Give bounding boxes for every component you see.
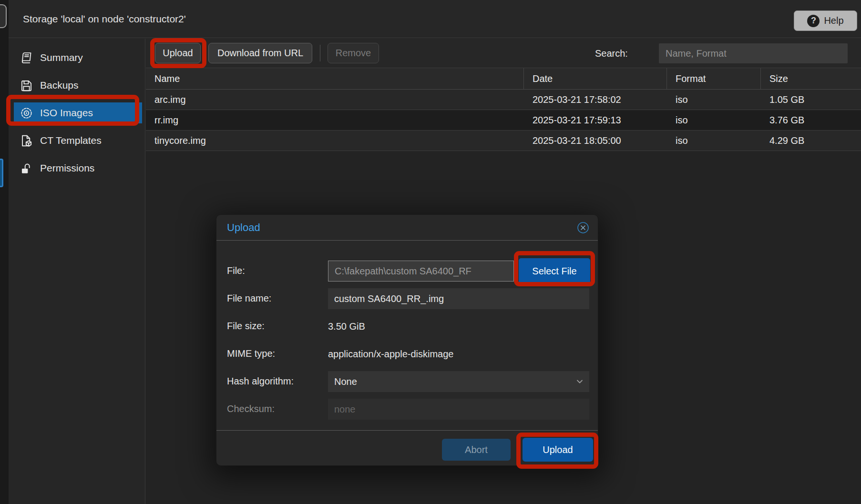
cell-size: 1.05 GB (761, 90, 861, 110)
sidebar-item-iso-images[interactable]: ISO Images (14, 102, 142, 123)
hash-algorithm-select[interactable]: None (328, 371, 589, 392)
file-name-field-wrap: custom SA6400_RR_.img (328, 288, 589, 309)
dialog-body: File: C:\fakepath\custom SA6400_RF Selec… (216, 240, 598, 430)
cell-format: iso (667, 110, 761, 130)
cell-format: iso (667, 90, 761, 110)
sidebar-item-label: Permissions (40, 162, 94, 174)
search-input[interactable] (659, 43, 848, 63)
file-path-input[interactable]: C:\fakepath\custom SA6400_RF (328, 261, 514, 282)
dialog-footer: Abort Upload (216, 430, 598, 466)
sidebar-item-label: Summary (40, 52, 83, 63)
collapsed-panel-tab (0, 4, 7, 28)
book-icon (20, 51, 33, 64)
cell-date: 2025-03-21 17:58:02 (524, 90, 667, 110)
column-header-date[interactable]: Date (524, 68, 667, 89)
cell-size: 4.29 GB (761, 131, 861, 151)
search-label: Search: (595, 39, 628, 68)
table-header: Name Date Format Size (146, 68, 861, 90)
upload-dialog: Upload File: C:\fakepath\custom SA6400_R… (216, 214, 598, 466)
storage-sidebar: Summary Backups (9, 39, 145, 504)
dialog-header[interactable]: Upload (216, 215, 598, 240)
sidebar-item-label: CT Templates (40, 135, 102, 146)
cell-size: 3.76 GB (761, 110, 861, 130)
file-field-wrap: C:\fakepath\custom SA6400_RF (328, 261, 514, 282)
dialog-upload-button[interactable]: Upload (523, 438, 593, 462)
column-header-size[interactable]: Size (761, 68, 861, 89)
sidebar-item-ct-templates[interactable]: CT Templates (9, 130, 145, 151)
hash-field-wrap: None (328, 371, 589, 392)
panel-titlebar: Storage 'local' on node 'constructor2' ?… (9, 0, 861, 38)
upload-button[interactable]: Upload (155, 43, 201, 63)
select-file-button[interactable]: Select File (519, 258, 590, 284)
cropped-selection-fragment (0, 159, 3, 187)
file-cube-icon (20, 134, 33, 147)
floppy-icon (20, 79, 33, 92)
cell-name: tinycore.img (146, 131, 524, 151)
file-name-label: File name: (227, 293, 271, 304)
sidebar-item-permissions[interactable]: Permissions (9, 158, 145, 179)
remove-button[interactable]: Remove (328, 43, 379, 63)
download-from-url-button[interactable]: Download from URL (208, 43, 312, 63)
close-icon[interactable] (576, 221, 590, 235)
file-size-label: File size: (227, 321, 265, 332)
table-row[interactable]: tinycore.img 2025-03-21 18:05:00 iso 4.2… (146, 131, 861, 151)
disc-icon (20, 107, 33, 120)
file-size-value: 3.50 GiB (328, 316, 365, 337)
cell-format: iso (667, 131, 761, 151)
file-label: File: (227, 265, 245, 276)
checksum-field-wrap (328, 399, 589, 420)
column-header-name[interactable]: Name (146, 68, 524, 89)
table-row[interactable]: arc.img 2025-03-21 17:58:02 iso 1.05 GB (146, 90, 861, 110)
hash-algorithm-label: Hash algorithm: (227, 376, 294, 387)
proxmox-storage-screen: Storage 'local' on node 'constructor2' ?… (0, 0, 861, 504)
mime-type-value: application/x-apple-diskimage (328, 343, 453, 364)
page-title: Storage 'local' on node 'constructor2' (23, 0, 186, 38)
help-button-label: Help (824, 15, 843, 26)
sidebar-item-label: Backups (40, 80, 79, 91)
dialog-title: Upload (227, 222, 260, 234)
help-button[interactable]: ? Help (794, 10, 857, 31)
column-header-format[interactable]: Format (667, 68, 761, 89)
checksum-input[interactable] (328, 399, 589, 420)
table-row[interactable]: rr.img 2025-03-21 17:59:13 iso 3.76 GB (146, 110, 861, 131)
toolbar-separator (320, 45, 320, 61)
unlock-icon (20, 162, 33, 175)
mime-type-label: MIME type: (227, 348, 275, 359)
abort-button[interactable]: Abort (442, 439, 511, 461)
cell-date: 2025-03-21 17:59:13 (524, 110, 667, 130)
cell-name: arc.img (146, 90, 524, 110)
cell-name: rr.img (146, 110, 524, 130)
sidebar-nav: Summary Backups (9, 47, 145, 185)
left-edge-strip (0, 0, 9, 504)
chevron-down-icon (575, 377, 584, 389)
hash-algorithm-value: None (334, 376, 357, 387)
file-name-input[interactable]: custom SA6400_RR_.img (328, 288, 589, 309)
sidebar-item-label: ISO Images (40, 107, 93, 119)
question-icon: ? (807, 15, 820, 27)
cell-date: 2025-03-21 18:05:00 (524, 131, 667, 151)
sidebar-item-backups[interactable]: Backups (9, 75, 145, 96)
sidebar-item-summary[interactable]: Summary (9, 47, 145, 68)
toolbar: Upload Download from URL Remove Search: (146, 39, 861, 68)
checksum-label: Checksum: (227, 403, 275, 414)
